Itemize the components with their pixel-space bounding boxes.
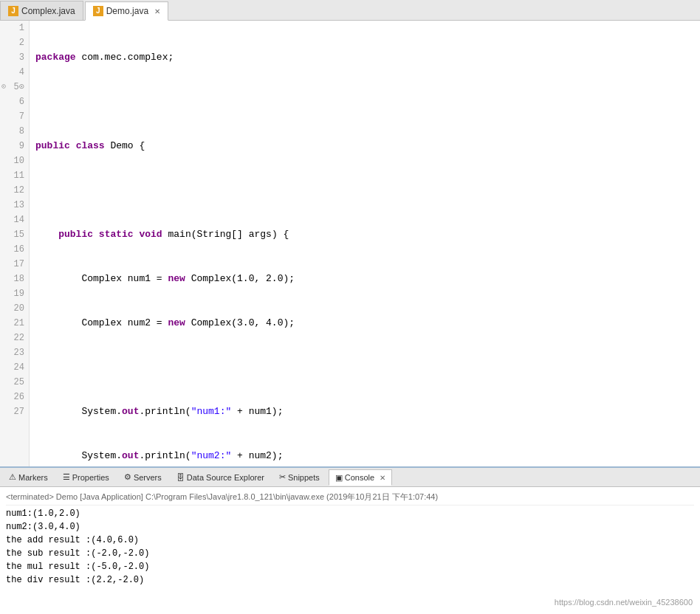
code-line-5: public static void main(String[] args) { bbox=[35, 227, 694, 242]
panel-tab-servers[interactable]: ⚙ Servers bbox=[118, 469, 168, 486]
panel-tabs: ⚠ Markers ☰ Properties ⚙ Servers 🗄 Data … bbox=[0, 468, 700, 487]
console-content: <terminated> Demo [Java Application] C:\… bbox=[0, 487, 700, 614]
code-line-3: public class Demo { bbox=[35, 139, 694, 154]
code-line-10: System.out.println("num2:" + num2); bbox=[35, 449, 694, 463]
ln-13: 13 bbox=[4, 198, 24, 213]
ln-25: 25 bbox=[4, 375, 24, 390]
ln-27: 27 bbox=[4, 404, 24, 419]
tab-bar: J Complex.java J Demo.java ✕ bbox=[0, 0, 700, 21]
properties-label: Properties bbox=[72, 473, 109, 482]
console-icon: ▣ bbox=[335, 473, 343, 483]
tab-demo-java[interactable]: J Demo.java ✕ bbox=[85, 1, 168, 21]
ln-24: 24 bbox=[4, 360, 24, 375]
code-lines[interactable]: package com.mec.complex; public class De… bbox=[30, 21, 700, 466]
panel-tab-datasource[interactable]: 🗄 Data Source Explorer bbox=[171, 469, 270, 486]
code-line-2 bbox=[35, 94, 694, 109]
ln-4: 4 bbox=[4, 65, 24, 80]
snippets-icon: ✂ bbox=[279, 472, 286, 482]
console-header: <terminated> Demo [Java Application] C:\… bbox=[6, 490, 694, 506]
panel-tab-console[interactable]: ▣ Console ✕ bbox=[329, 469, 392, 486]
tab-icon-complex: J bbox=[8, 6, 18, 16]
bottom-panel: ⚠ Markers ☰ Properties ⚙ Servers 🗄 Data … bbox=[0, 466, 700, 614]
markers-icon: ⚠ bbox=[9, 472, 16, 482]
ln-1: 1 bbox=[4, 21, 24, 35]
code-line-6: Complex num1 = new Complex(1.0, 2.0); bbox=[35, 272, 694, 286]
tab-complex-java[interactable]: J Complex.java bbox=[0, 1, 83, 20]
console-output: num1:(1.0,2.0) num2:(3.0,4.0) the add re… bbox=[6, 507, 694, 587]
tab-label-complex: Complex.java bbox=[21, 6, 75, 16]
ln-6: 6 bbox=[4, 94, 24, 109]
ln-11: 11 bbox=[4, 168, 24, 183]
ln-8: 8 bbox=[4, 124, 24, 139]
ln-2: 2 bbox=[4, 35, 24, 50]
console-line-3: the add result :(4.0,6.0) bbox=[6, 534, 694, 547]
panel-tab-markers[interactable]: ⚠ Markers bbox=[3, 469, 54, 486]
ln-17: 17 bbox=[4, 257, 24, 272]
markers-label: Markers bbox=[18, 473, 48, 482]
properties-icon: ☰ bbox=[63, 472, 70, 482]
line-numbers: 1 2 3 4 5⊙ 6 7 8 9 10 11 12 13 14 15 16 … bbox=[0, 21, 30, 466]
ln-14: 14 bbox=[4, 213, 24, 227]
ln-5: 5⊙ bbox=[4, 80, 24, 94]
ln-21: 21 bbox=[4, 316, 24, 331]
code-line-9: System.out.println("num1:" + num1); bbox=[35, 404, 694, 419]
ln-3: 3 bbox=[4, 50, 24, 65]
ln-9: 9 bbox=[4, 139, 24, 154]
console-line-4: the sub result :(-2.0,-2.0) bbox=[6, 547, 694, 560]
console-line-2: num2:(3.0,4.0) bbox=[6, 520, 694, 534]
servers-icon: ⚙ bbox=[124, 472, 131, 482]
ln-18: 18 bbox=[4, 272, 24, 286]
console-line-6: the div result :(2.2,-2.0) bbox=[6, 573, 694, 587]
code-line-4 bbox=[35, 183, 694, 198]
console-line-1: num1:(1.0,2.0) bbox=[6, 507, 694, 520]
servers-label: Servers bbox=[134, 473, 162, 482]
code-container: 1 2 3 4 5⊙ 6 7 8 9 10 11 12 13 14 15 16 … bbox=[0, 21, 700, 466]
ln-10: 10 bbox=[4, 154, 24, 168]
ln-12: 12 bbox=[4, 183, 24, 198]
code-line-8 bbox=[35, 360, 694, 375]
ln-23: 23 bbox=[4, 345, 24, 360]
ln-16: 16 bbox=[4, 242, 24, 257]
console-close-icon[interactable]: ✕ bbox=[380, 474, 385, 482]
datasource-icon: 🗄 bbox=[176, 473, 185, 482]
snippets-label: Snippets bbox=[288, 473, 320, 482]
panel-tab-properties[interactable]: ☰ Properties bbox=[57, 469, 115, 486]
watermark: https://blog.csdn.net/weixin_45238600 bbox=[555, 598, 693, 607]
tab-label-demo: Demo.java bbox=[106, 6, 148, 16]
ln-7: 7 bbox=[4, 109, 24, 124]
panel-tab-snippets[interactable]: ✂ Snippets bbox=[273, 469, 326, 486]
tab-icon-demo: J bbox=[93, 6, 103, 16]
datasource-label: Data Source Explorer bbox=[187, 473, 264, 482]
code-line-1: package com.mec.complex; bbox=[35, 50, 694, 65]
ln-22: 22 bbox=[4, 331, 24, 345]
ln-26: 26 bbox=[4, 390, 24, 404]
ln-19: 19 bbox=[4, 286, 24, 301]
tab-close-demo[interactable]: ✕ bbox=[154, 7, 160, 15]
console-label: Console bbox=[345, 473, 374, 482]
ln-20: 20 bbox=[4, 301, 24, 316]
console-line-5: the mul result :(-5.0,-2.0) bbox=[6, 560, 694, 573]
editor-area: 1 2 3 4 5⊙ 6 7 8 9 10 11 12 13 14 15 16 … bbox=[0, 21, 700, 466]
ln-15: 15 bbox=[4, 227, 24, 242]
code-line-7: Complex num2 = new Complex(3.0, 4.0); bbox=[35, 316, 694, 331]
